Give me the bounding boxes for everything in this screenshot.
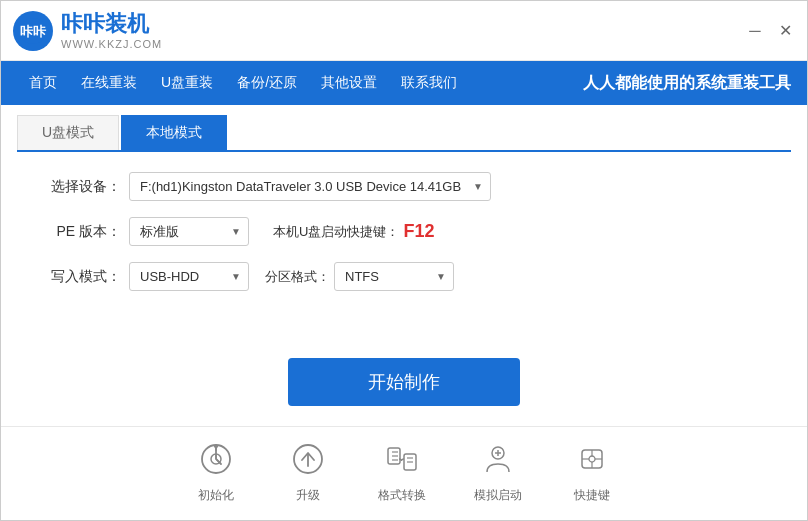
title-bar: 咔咔 咔咔装机 WWW.KKZJ.COM ─ ✕ (1, 1, 807, 61)
device-row: 选择设备： F:(hd1)Kingston DataTraveler 3.0 U… (41, 172, 767, 201)
svg-text:咔咔: 咔咔 (20, 24, 47, 39)
simulate-icon (476, 437, 520, 481)
window-controls: ─ ✕ (745, 21, 795, 41)
device-select[interactable]: F:(hd1)Kingston DataTraveler 3.0 USB Dev… (129, 172, 491, 201)
tab-local-mode[interactable]: 本地模式 (121, 115, 227, 150)
device-label: 选择设备： (41, 178, 121, 196)
tab-bar: U盘模式 本地模式 (17, 115, 791, 152)
upgrade-icon (286, 437, 330, 481)
app-url: WWW.KKZJ.COM (61, 38, 162, 50)
main-content: U盘模式 本地模式 选择设备： F:(hd1)Kingston DataTrav… (1, 105, 807, 520)
app-logo: 咔咔 (13, 11, 53, 51)
shortcut-icon (570, 437, 614, 481)
bottom-icon-simulate[interactable]: 模拟启动 (474, 437, 522, 504)
pe-select-wrapper[interactable]: 标准版 (129, 217, 249, 246)
convert-icon (380, 437, 424, 481)
write-mode-row: 写入模式： USB-HDD 分区格式： NTFS (41, 262, 767, 291)
upgrade-label: 升级 (296, 487, 320, 504)
bottom-icon-shortcut[interactable]: 快捷键 (570, 437, 614, 504)
pe-select[interactable]: 标准版 (129, 217, 249, 246)
init-label: 初始化 (198, 487, 234, 504)
nav-online-reinstall[interactable]: 在线重装 (69, 61, 149, 105)
shortcut-key: F12 (403, 221, 434, 242)
nav-slogan: 人人都能使用的系统重装工具 (583, 73, 791, 94)
svg-point-19 (589, 456, 595, 462)
pe-label: PE 版本： (41, 223, 121, 241)
tab-usb-mode[interactable]: U盘模式 (17, 115, 119, 150)
bottom-icon-init[interactable]: 初始化 (194, 437, 238, 504)
bottom-icon-upgrade[interactable]: 升级 (286, 437, 330, 504)
bottom-icon-convert[interactable]: 格式转换 (378, 437, 426, 504)
convert-label: 格式转换 (378, 487, 426, 504)
nav-backup-restore[interactable]: 备份/还原 (225, 61, 309, 105)
app-name: 咔咔装机 (61, 11, 162, 37)
minimize-button[interactable]: ─ (745, 21, 765, 41)
init-icon (194, 437, 238, 481)
start-button[interactable]: 开始制作 (288, 358, 520, 406)
shortcut-label-item: 快捷键 (574, 487, 610, 504)
simulate-label: 模拟启动 (474, 487, 522, 504)
nav-usb-reinstall[interactable]: U盘重装 (149, 61, 225, 105)
nav-bar: 首页 在线重装 U盘重装 备份/还原 其他设置 联系我们 人人都能使用的系统重装… (1, 61, 807, 105)
svg-line-5 (216, 459, 220, 463)
app-title-block: 咔咔装机 WWW.KKZJ.COM (61, 11, 162, 49)
close-button[interactable]: ✕ (775, 21, 795, 41)
write-label: 写入模式： (41, 268, 121, 286)
write-select[interactable]: USB-HDD (129, 262, 249, 291)
partition-label: 分区格式： (265, 268, 330, 286)
start-btn-row: 开始制作 (1, 358, 807, 406)
app-window: 咔咔 咔咔装机 WWW.KKZJ.COM ─ ✕ 首页 在线重装 U盘重装 备份… (0, 0, 808, 521)
bottom-icons: 初始化 升级 (1, 426, 807, 520)
partition-select[interactable]: NTFS (334, 262, 454, 291)
nav-other-settings[interactable]: 其他设置 (309, 61, 389, 105)
nav-home[interactable]: 首页 (17, 61, 69, 105)
write-select-wrapper[interactable]: USB-HDD (129, 262, 249, 291)
partition-select-wrapper[interactable]: NTFS (334, 262, 454, 291)
pe-row: PE 版本： 标准版 本机U盘启动快捷键： F12 (41, 217, 767, 246)
shortcut-label: 本机U盘启动快捷键： (273, 223, 399, 241)
nav-contact[interactable]: 联系我们 (389, 61, 469, 105)
form-area: 选择设备： F:(hd1)Kingston DataTraveler 3.0 U… (1, 152, 807, 348)
device-select-wrapper[interactable]: F:(hd1)Kingston DataTraveler 3.0 USB Dev… (129, 172, 491, 201)
